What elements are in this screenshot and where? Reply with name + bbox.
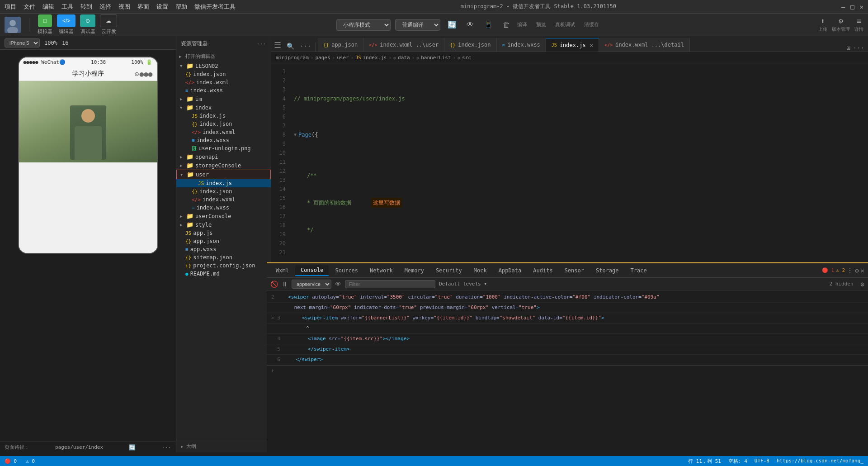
tab-index-wxss[interactable]: ≡ index.wxss [497,38,546,52]
debugger-tool[interactable]: ⊙ 调试器 [80,14,95,35]
breadcrumb-data[interactable]: data [398,55,410,61]
file-app-json[interactable]: {} app.json [176,237,271,245]
more-icon[interactable]: ··· [161,444,171,451]
maximize-btn[interactable]: □ [850,3,854,10]
menu-file[interactable]: 文件 [24,3,35,11]
menu-goto[interactable]: 转到 [80,3,92,11]
clear-cache-btn[interactable]: 🗑 [500,20,513,30]
context-select[interactable]: appservice [292,280,331,289]
devtools-close-icon[interactable]: ✕ [861,267,864,274]
tab-index-json[interactable]: {} index.json [444,38,496,52]
console-pause-icon[interactable]: ⏸ [282,281,288,288]
menu-help[interactable]: 帮助 [175,3,187,11]
compile-select[interactable]: 普通编译 [395,19,440,31]
menu-tools[interactable]: 工具 [61,3,73,11]
file-index-wxss-index[interactable]: ≡ index.wxss [176,136,271,144]
tab-index-wxml-detail[interactable]: </> index.wxml ...\detail [599,38,690,52]
file-index-json-index[interactable]: {} index.json [176,120,271,128]
project-root[interactable]: ▼ 📁 LESON02 [176,62,271,70]
file-index-js-index[interactable]: JS index.js [176,112,271,120]
breadcrumb-pages[interactable]: pages [315,55,330,61]
devtools-tab-audits[interactable]: Audits [528,266,558,276]
eye-icon[interactable]: 👁 [335,281,341,288]
more-tab-icon[interactable]: ··· [297,41,314,52]
version-mgr-btn[interactable]: ⚙ 版本管理 [832,17,850,33]
folder-storage-console[interactable]: ▶ 📁 storageConsole [176,161,271,170]
more-editor-icon[interactable]: ··· [853,44,864,52]
settings-icon[interactable]: ⚙ [861,281,864,288]
cloud-btn[interactable]: ☁ [100,14,117,27]
folder-index[interactable]: ▼ 📁 index [176,103,271,112]
devtools-tab-sources[interactable]: Sources [330,266,363,276]
detail-btn[interactable]: ≡ 详情 [854,17,863,33]
menu-project[interactable]: 项目 [5,3,16,11]
devtools-tab-mock[interactable]: Mock [468,266,492,276]
split-editor-icon[interactable]: ⊞ [846,44,850,52]
tab-app-json[interactable]: {} app.json [318,38,363,52]
compile-btn[interactable]: 🔄 [445,19,459,30]
console-input[interactable] [277,367,863,373]
devtools-tab-wxml[interactable]: Wxml [270,266,294,276]
file-user-index-wxss[interactable]: ≡ index.wxss [176,204,271,212]
upload-btn[interactable]: ⬆ 上传 [818,17,827,33]
file-index-wxss-root[interactable]: ≡ index.wxss [176,86,271,95]
device-select[interactable]: iPhone 5 [5,38,40,48]
log-level-select[interactable]: Default levels ▾ [439,281,487,287]
devtools-tab-trace[interactable]: Trace [625,266,652,276]
devtools-more-icon[interactable]: ⋮ [847,267,853,274]
file-index-json-root[interactable]: {} index.json [176,70,271,78]
devtools-tab-network[interactable]: Network [364,266,398,276]
search-icon[interactable]: 🔍 [284,41,297,52]
console-clear-icon[interactable]: 🚫 [270,281,278,288]
real-debug-btn[interactable]: 📱 [481,19,495,30]
mode-select[interactable]: 小程序模式 [336,19,391,31]
tab-index-wxml-user[interactable]: </> index.wxml ..\user [363,38,444,52]
editor-tool[interactable]: </> 编辑器 [57,14,75,35]
breadcrumb-bannerlist[interactable]: bannerList [421,55,451,61]
file-index-wxml-root[interactable]: </> index.wxml [176,78,271,86]
devtools-tab-memory[interactable]: Memory [399,266,429,276]
file-app-js[interactable]: JS app.js [176,229,271,237]
tab-close-btn[interactable]: × [590,42,593,49]
menu-devtools[interactable]: 微信开发者工具 [194,3,236,11]
devtools-tab-appdata[interactable]: AppData [493,266,527,276]
devtools-tab-storage[interactable]: Storage [590,266,624,276]
refresh-icon[interactable]: 🔄 [129,444,136,451]
file-readme-md[interactable]: ● README.md [176,270,271,278]
folder-im[interactable]: ▶ 📁 im [176,95,271,103]
devtools-tab-security[interactable]: Security [430,266,467,276]
close-btn[interactable]: ✕ [860,3,863,10]
devtools-settings-icon[interactable]: ⚙ [855,267,859,274]
preview-btn[interactable]: 👁 [464,20,476,30]
menu-select[interactable]: 选择 [99,3,111,11]
file-user-index-json[interactable]: {} index.json [176,187,271,195]
breadcrumb-indexjs[interactable]: index.js [363,55,387,61]
file-user-index-wxml[interactable]: </> index.wxml [176,195,271,204]
file-sitemap-json[interactable]: {} sitemap.json [176,253,271,262]
devtools-tab-console[interactable]: Console [295,265,329,276]
status-url[interactable]: https://blog.csdn.net/mafang_ [777,458,863,465]
breadcrumb-src[interactable]: src [462,55,471,61]
folder-user[interactable]: ▼ 📁 user [176,170,271,179]
devtools-tab-sensor[interactable]: Sensor [559,266,590,276]
cloud-tool[interactable]: ☁ 云开发 [100,14,117,35]
file-index-wxml-index[interactable]: </> index.wxml [176,128,271,136]
file-app-wxss[interactable]: ≡ app.wxss [176,245,271,253]
sidebar-toggle[interactable]: ☰ [271,38,284,52]
breadcrumb-miniprogram[interactable]: miniprogram [276,55,309,61]
menu-settings[interactable]: 设置 [156,3,168,11]
folder-user-console[interactable]: ▶ 📁 userConsole [176,212,271,220]
breadcrumb-user[interactable]: user [337,55,349,61]
simulator-btn[interactable]: □ [38,14,52,27]
fold-arrow-4[interactable]: ▼ [294,130,297,139]
tab-index-js[interactable]: JS index.js × [546,38,599,52]
menu-view[interactable]: 视图 [118,3,130,11]
simulator-tool[interactable]: □ 模拟器 [38,14,52,35]
menu-edit[interactable]: 编辑 [42,3,54,11]
debugger-btn[interactable]: ⊙ [80,14,95,27]
folder-openapi[interactable]: ▶ 📁 openapi [176,152,271,161]
console-filter-input[interactable] [345,280,435,288]
console-area[interactable]: 2 <swiper autoplay="true" interval="3500… [267,290,868,452]
explorer-more[interactable]: ··· [256,41,266,47]
outline-bar[interactable]: ▶ 大纲 [176,440,271,452]
